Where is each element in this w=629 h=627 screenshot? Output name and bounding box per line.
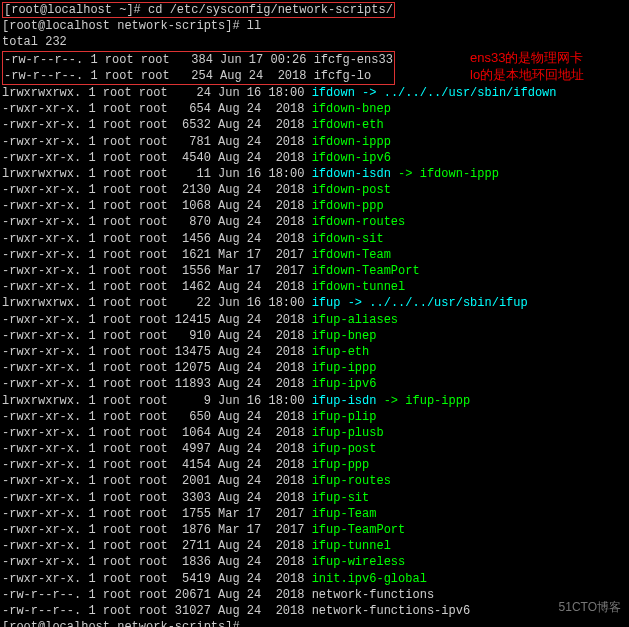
row-ifcfg-lo: -rw-r--r--. 1 root root 254 Aug 24 2018 … <box>4 69 371 83</box>
list-row: -rwxr-xr-x. 1 root root 4997 Aug 24 2018… <box>2 441 627 457</box>
list-row: -rwxr-xr-x. 1 root root 781 Aug 24 2018 … <box>2 134 627 150</box>
file-name: init.ipv6-global <box>312 572 427 586</box>
list-row: -rwxr-xr-x. 1 root root 1068 Aug 24 2018… <box>2 198 627 214</box>
file-perms: -rwxr-xr-x. 1 root root 870 Aug 24 2018 <box>2 215 312 229</box>
file-perms: -rwxr-xr-x. 1 root root 4154 Aug 24 2018 <box>2 458 312 472</box>
file-name: ifdown-routes <box>312 215 406 229</box>
file-perms: -rwxr-xr-x. 1 root root 650 Aug 24 2018 <box>2 410 312 424</box>
symlink-target: -> ../../../usr/sbin/ifup <box>340 296 527 310</box>
file-name: ifup-ipv6 <box>312 377 377 391</box>
list-row: -rwxr-xr-x. 1 root root 1755 Mar 17 2017… <box>2 506 627 522</box>
file-perms: lrwxrwxrwx. 1 root root 9 Jun 16 18:00 <box>2 394 312 408</box>
list-row: -rwxr-xr-x. 1 root root 2001 Aug 24 2018… <box>2 473 627 489</box>
file-perms: -rwxr-xr-x. 1 root root 4997 Aug 24 2018 <box>2 442 312 456</box>
file-name: ifup-Team <box>312 507 377 521</box>
file-perms: -rwxr-xr-x. 1 root root 2001 Aug 24 2018 <box>2 474 312 488</box>
file-perms: lrwxrwxrwx. 1 root root 22 Jun 16 18:00 <box>2 296 312 310</box>
file-perms: -rwxr-xr-x. 1 root root 6532 Aug 24 2018 <box>2 118 312 132</box>
list-row: -rw-r--r--. 1 root root 31027 Aug 24 201… <box>2 603 627 619</box>
file-name: ifup-wireless <box>312 555 406 569</box>
annotation-lo: lo的是本地环回地址 <box>470 67 584 83</box>
file-name: ifup-sit <box>312 491 370 505</box>
file-name: ifdown <box>312 86 355 100</box>
file-name: ifdown-Team <box>312 248 391 262</box>
list-row: -rwxr-xr-x. 1 root root 2711 Aug 24 2018… <box>2 538 627 554</box>
list-row: -rwxr-xr-x. 1 root root 4154 Aug 24 2018… <box>2 457 627 473</box>
file-name: ifup-aliases <box>312 313 398 327</box>
prompt: [root@localhost network-scripts]# <box>2 19 247 33</box>
list-row: lrwxrwxrwx. 1 root root 22 Jun 16 18:00 … <box>2 295 627 311</box>
file-perms: -rwxr-xr-x. 1 root root 1755 Mar 17 2017 <box>2 507 312 521</box>
file-perms: -rwxr-xr-x. 1 root root 12415 Aug 24 201… <box>2 313 312 327</box>
list-row: -rwxr-xr-x. 1 root root 5419 Aug 24 2018… <box>2 571 627 587</box>
list-row: -rwxr-xr-x. 1 root root 1462 Aug 24 2018… <box>2 279 627 295</box>
annotation-ens33: ens33的是物理网卡 <box>470 50 583 66</box>
file-name: ifdown-isdn <box>312 167 391 181</box>
list-row: -rwxr-xr-x. 1 root root 12415 Aug 24 201… <box>2 312 627 328</box>
file-perms: -rw-r--r--. 1 root root 31027 Aug 24 201… <box>2 604 312 618</box>
list-row: -rwxr-xr-x. 1 root root 1556 Mar 17 2017… <box>2 263 627 279</box>
list-row: -rwxr-xr-x. 1 root root 1621 Mar 17 2017… <box>2 247 627 263</box>
list-row: lrwxrwxrwx. 1 root root 9 Jun 16 18:00 i… <box>2 393 627 409</box>
list-row: -rwxr-xr-x. 1 root root 650 Aug 24 2018 … <box>2 409 627 425</box>
file-name: network-functions <box>312 588 434 602</box>
file-perms: -rw-r--r--. 1 root root 20671 Aug 24 201… <box>2 588 312 602</box>
file-perms: -rwxr-xr-x. 1 root root 1068 Aug 24 2018 <box>2 199 312 213</box>
file-name: ifup-post <box>312 442 377 456</box>
prompt: [root@localhost ~]# <box>4 3 148 17</box>
file-perms: -rwxr-xr-x. 1 root root 1456 Aug 24 2018 <box>2 232 312 246</box>
list-row: -rwxr-xr-x. 1 root root 11893 Aug 24 201… <box>2 376 627 392</box>
list-row: -rwxr-xr-x. 1 root root 1836 Aug 24 2018… <box>2 554 627 570</box>
file-name: ifup-TeamPort <box>312 523 406 537</box>
file-name: ifdown-ppp <box>312 199 384 213</box>
file-name: ifdown-eth <box>312 118 384 132</box>
file-name: ifdown-bnep <box>312 102 391 116</box>
file-perms: -rwxr-xr-x. 1 root root 1876 Mar 17 2017 <box>2 523 312 537</box>
file-perms: -rwxr-xr-x. 1 root root 4540 Aug 24 2018 <box>2 151 312 165</box>
list-row: -rwxr-xr-x. 1 root root 654 Aug 24 2018 … <box>2 101 627 117</box>
file-name: ifup-routes <box>312 474 391 488</box>
symlink-target: -> ../../../usr/sbin/ifdown <box>355 86 557 100</box>
file-perms: -rwxr-xr-x. 1 root root 1064 Aug 24 2018 <box>2 426 312 440</box>
file-name: ifup-ippp <box>312 361 377 375</box>
list-row: -rwxr-xr-x. 1 root root 3303 Aug 24 2018… <box>2 490 627 506</box>
file-listing: lrwxrwxrwx. 1 root root 24 Jun 16 18:00 … <box>2 85 627 619</box>
file-name: ifup-plusb <box>312 426 384 440</box>
file-perms: -rwxr-xr-x. 1 root root 2130 Aug 24 2018 <box>2 183 312 197</box>
file-perms: -rwxr-xr-x. 1 root root 781 Aug 24 2018 <box>2 135 312 149</box>
file-perms: -rwxr-xr-x. 1 root root 654 Aug 24 2018 <box>2 102 312 116</box>
file-name: ifdown-sit <box>312 232 384 246</box>
list-row: -rwxr-xr-x. 1 root root 1456 Aug 24 2018… <box>2 231 627 247</box>
list-row: lrwxrwxrwx. 1 root root 24 Jun 16 18:00 … <box>2 85 627 101</box>
symlink-target: -> ifdown-ippp <box>391 167 499 181</box>
file-perms: lrwxrwxrwx. 1 root root 24 Jun 16 18:00 <box>2 86 312 100</box>
file-perms: -rwxr-xr-x. 1 root root 12075 Aug 24 201… <box>2 361 312 375</box>
file-name: ifdown-tunnel <box>312 280 406 294</box>
file-perms: -rwxr-xr-x. 1 root root 13475 Aug 24 201… <box>2 345 312 359</box>
file-name: ifup-plip <box>312 410 377 424</box>
symlink-target: -> ifup-ippp <box>376 394 470 408</box>
cmd-line-3[interactable]: [root@localhost network-scripts]# <box>2 619 627 627</box>
row-ifcfg-ens33: -rw-r--r--. 1 root root 384 Jun 17 00:26… <box>4 53 393 67</box>
list-row: -rwxr-xr-x. 1 root root 1876 Mar 17 2017… <box>2 522 627 538</box>
cmd-line-1[interactable]: [root@localhost ~]# cd /etc/sysconfig/ne… <box>2 2 627 18</box>
list-row: -rwxr-xr-x. 1 root root 1064 Aug 24 2018… <box>2 425 627 441</box>
file-name: ifdown-post <box>312 183 391 197</box>
file-perms: -rwxr-xr-x. 1 root root 3303 Aug 24 2018 <box>2 491 312 505</box>
file-perms: -rwxr-xr-x. 1 root root 11893 Aug 24 201… <box>2 377 312 391</box>
file-perms: -rwxr-xr-x. 1 root root 2711 Aug 24 2018 <box>2 539 312 553</box>
list-row: -rwxr-xr-x. 1 root root 6532 Aug 24 2018… <box>2 117 627 133</box>
file-perms: -rwxr-xr-x. 1 root root 5419 Aug 24 2018 <box>2 572 312 586</box>
cmd-cd: cd /etc/sysconfig/network-scripts/ <box>148 3 393 17</box>
file-name: ifup-tunnel <box>312 539 391 553</box>
file-perms: -rwxr-xr-x. 1 root root 1621 Mar 17 2017 <box>2 248 312 262</box>
watermark: 51CTO博客 <box>559 599 621 615</box>
list-row: -rwxr-xr-x. 1 root root 4540 Aug 24 2018… <box>2 150 627 166</box>
list-row: -rwxr-xr-x. 1 root root 870 Aug 24 2018 … <box>2 214 627 230</box>
file-perms: -rwxr-xr-x. 1 root root 1836 Aug 24 2018 <box>2 555 312 569</box>
total-line: total 232 <box>2 34 627 50</box>
cmd-ll: ll <box>247 19 261 33</box>
file-name: ifdown-TeamPort <box>312 264 420 278</box>
cmd-line-2[interactable]: [root@localhost network-scripts]# ll <box>2 18 627 34</box>
list-row: -rwxr-xr-x. 1 root root 12075 Aug 24 201… <box>2 360 627 376</box>
